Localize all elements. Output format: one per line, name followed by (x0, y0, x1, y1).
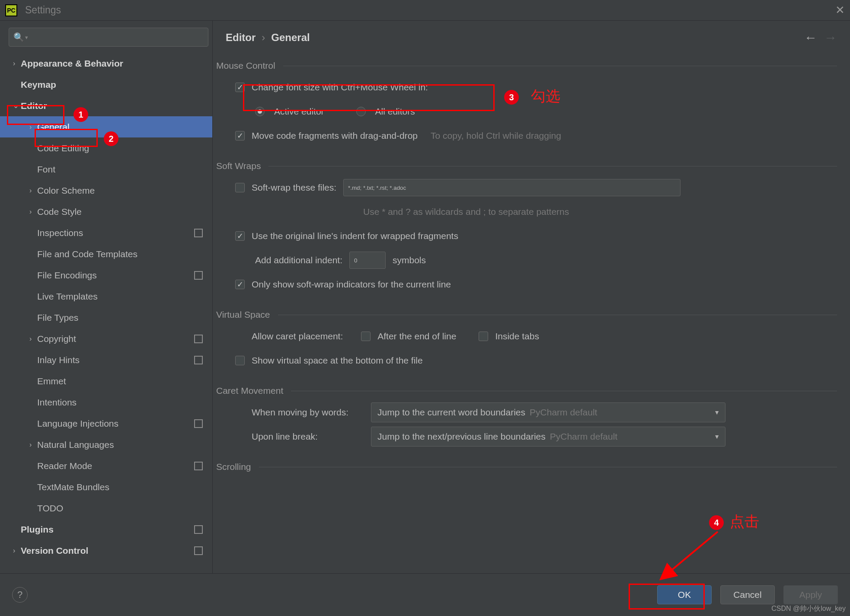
chevron-icon: › (29, 123, 37, 131)
softwrap-files-checkbox[interactable] (235, 183, 245, 192)
tree-item-label: File Encodings (37, 270, 97, 281)
tree-item-font[interactable]: Font (0, 159, 212, 180)
search-row: 🔍 ▾ (0, 21, 212, 51)
change-font-row: Change font size with Ctrl+Mouse Wheel i… (216, 75, 837, 99)
tree-item-editor[interactable]: ⌄Editor (0, 95, 212, 116)
orig-indent-checkbox[interactable] (235, 231, 245, 241)
tree-item-label: Keymap (21, 80, 56, 90)
section-soft-title: Soft Wraps (216, 161, 837, 171)
annotation-badge-4: 4 (709, 515, 724, 530)
section-caret-title: Caret Movement (216, 386, 837, 396)
move-drag-hint: To copy, hold Ctrl while dragging (431, 131, 561, 141)
allow-caret-row: Allow caret placement: After the end of … (216, 324, 837, 348)
tree-item-label: General (37, 122, 70, 132)
tree-item-label: Appearance & Behavior (21, 58, 123, 69)
annotation-badge-2: 2 (104, 131, 118, 146)
section-title-text: Caret Movement (216, 386, 283, 396)
add-indent-row: Add additional indent: symbols (216, 248, 837, 272)
tree-item-color-scheme[interactable]: ›Color Scheme (0, 180, 212, 201)
chevron-icon: › (13, 60, 21, 67)
by-words-select[interactable]: Jump to the current word boundaries PyCh… (371, 402, 725, 422)
close-icon[interactable]: ✕ (835, 3, 845, 17)
tree-item-version-control[interactable]: ›Version Control (0, 540, 212, 561)
project-scope-icon (194, 356, 203, 364)
change-font-checkbox[interactable] (235, 83, 245, 92)
softwrap-files-input[interactable] (343, 179, 681, 196)
move-drag-label[interactable]: Move code fragments with drag-and-drop (252, 131, 418, 141)
show-virtual-label[interactable]: Show virtual space at the bottom of the … (252, 355, 423, 366)
tree-item-file-encodings[interactable]: File Encodings (0, 265, 212, 286)
app-icon: PC (5, 4, 17, 16)
change-font-label[interactable]: Change font size with Ctrl+Mouse Wheel i… (252, 82, 428, 93)
tree-item-keymap[interactable]: Keymap (0, 74, 212, 95)
search-input[interactable]: 🔍 ▾ (9, 28, 208, 47)
project-scope-icon (194, 229, 203, 237)
project-scope-icon (194, 546, 203, 555)
add-indent-label: Add additional indent: (255, 255, 342, 265)
move-drag-row: Move code fragments with drag-and-drop T… (216, 124, 837, 148)
tree-item-reader-mode[interactable]: Reader Mode (0, 455, 212, 476)
tree-item-natural-languages[interactable]: ›Natural Languages (0, 434, 212, 455)
help-button[interactable]: ? (12, 587, 28, 603)
by-words-label: When moving by words: (252, 407, 364, 418)
tree-item-file-and-code-templates[interactable]: File and Code Templates (0, 243, 212, 265)
tree-item-file-types[interactable]: File Types (0, 307, 212, 328)
project-scope-icon (194, 419, 203, 428)
dropdown-icon: ▾ (25, 34, 28, 41)
show-virtual-checkbox[interactable] (235, 356, 245, 365)
tree-item-label: Language Injections (37, 418, 118, 429)
chevron-down-icon: ▼ (714, 409, 720, 416)
move-drag-checkbox[interactable] (235, 131, 245, 140)
font-scope-row: Active editor All editors (216, 99, 837, 124)
after-eol-checkbox[interactable] (361, 332, 371, 341)
after-eol-label[interactable]: After the end of line (377, 331, 456, 342)
search-icon: 🔍 (13, 32, 24, 42)
tree-item-label: Editor (21, 101, 47, 111)
cancel-button[interactable]: Cancel (720, 585, 775, 604)
tree-item-label: Plugins (21, 524, 54, 535)
tree-item-textmate-bundles[interactable]: TextMate Bundles (0, 476, 212, 498)
softwrap-files-label[interactable]: Soft-wrap these files: (252, 182, 336, 193)
only-current-checkbox[interactable] (235, 280, 245, 289)
all-editors-radio[interactable] (356, 107, 366, 116)
project-scope-icon (194, 525, 203, 534)
ok-button[interactable]: OK (657, 585, 712, 604)
footer: ? OK Cancel Apply (0, 573, 850, 616)
tree-item-label: Intentions (37, 397, 77, 408)
content: Mouse Control Change font size with Ctrl… (213, 54, 850, 573)
line-break-select[interactable]: Jump to the next/previous line boundarie… (371, 427, 725, 447)
watermark: CSDN @帅小伙low_key (771, 604, 846, 613)
tree-item-label: File and Code Templates (37, 249, 137, 259)
inside-tabs-checkbox[interactable] (479, 332, 488, 341)
tree-item-todo[interactable]: TODO (0, 498, 212, 519)
breadcrumb-root[interactable]: Editor (226, 32, 256, 44)
tree-item-inspections[interactable]: Inspections (0, 222, 212, 243)
only-current-row: Only show soft-wrap indicators for the c… (216, 272, 837, 297)
chevron-icon: › (29, 187, 37, 195)
settings-tree[interactable]: ›Appearance & BehaviorKeymap⌄Editor›Gene… (0, 51, 212, 573)
tree-item-label: Code Style (37, 207, 82, 217)
tree-item-language-injections[interactable]: Language Injections (0, 413, 212, 434)
annotation-text-click: 点击 (730, 512, 759, 532)
tree-item-intentions[interactable]: Intentions (0, 392, 212, 413)
show-virtual-row: Show virtual space at the bottom of the … (216, 348, 837, 373)
tree-item-label: Inlay Hints (37, 355, 80, 365)
inside-tabs-label[interactable]: Inside tabs (495, 331, 539, 342)
add-indent-input[interactable] (349, 252, 386, 269)
tree-item-emmet[interactable]: Emmet (0, 370, 212, 392)
breadcrumb: Editor › General ← → (213, 21, 850, 54)
tree-item-copyright[interactable]: ›Copyright (0, 328, 212, 349)
tree-item-code-style[interactable]: ›Code Style (0, 201, 212, 222)
section-mouse-title: Mouse Control (216, 61, 837, 71)
all-editors-label[interactable]: All editors (375, 106, 415, 117)
tree-item-plugins[interactable]: Plugins (0, 519, 212, 540)
tree-item-appearance-behavior[interactable]: ›Appearance & Behavior (0, 53, 212, 74)
section-virtual-title: Virtual Space (216, 310, 837, 320)
nav-back-icon[interactable]: ← (804, 30, 817, 45)
only-current-label[interactable]: Only show soft-wrap indicators for the c… (252, 279, 451, 290)
tree-item-live-templates[interactable]: Live Templates (0, 286, 212, 307)
active-editor-radio[interactable] (255, 107, 265, 116)
tree-item-inlay-hints[interactable]: Inlay Hints (0, 349, 212, 370)
active-editor-label[interactable]: Active editor (274, 106, 324, 117)
orig-indent-label[interactable]: Use the original line's indent for wrapp… (252, 231, 458, 241)
